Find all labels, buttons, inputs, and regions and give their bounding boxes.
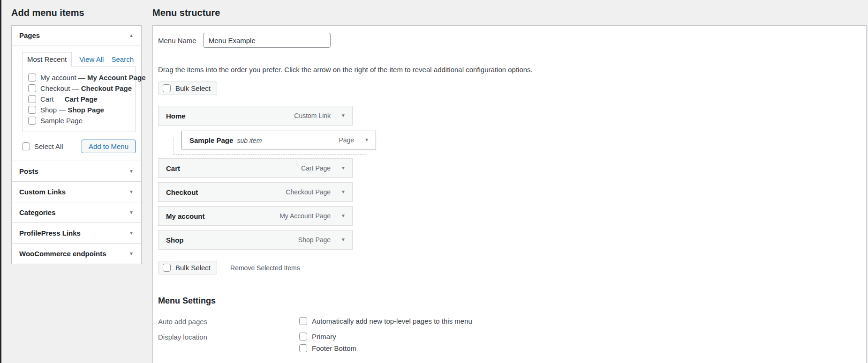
menu-item-title: Shop [166, 236, 184, 244]
menu-item-home[interactable]: Home Custom Link [158, 106, 353, 126]
chevron-down-icon [129, 169, 134, 174]
bulk-select-toggle-bottom[interactable]: Bulk Select [158, 261, 217, 274]
accordion-woocommerce-endpoints[interactable]: WooCommerce endpoints [12, 243, 141, 264]
menu-item-meta: Cart Page [301, 164, 346, 172]
list-item: Shop — Shop Page [28, 104, 131, 115]
page-item-label: My account — My Account Page [40, 74, 146, 81]
accordion-profilepress-links-label: ProfilePress Links [19, 229, 81, 237]
accordion-custom-links[interactable]: Custom Links [12, 181, 141, 202]
accordion-posts-label: Posts [19, 167, 38, 175]
menu-name-label: Menu Name [158, 37, 196, 44]
menu-item-title: Home [166, 112, 186, 120]
accordion-profilepress-links[interactable]: ProfilePress Links [12, 222, 141, 243]
menu-item-meta: Page [339, 136, 369, 144]
chevron-down-icon[interactable] [364, 138, 369, 142]
accordion-container: Pages Most Recent View All Search My acc… [11, 25, 142, 264]
menu-name-input[interactable] [203, 33, 331, 48]
list-item: Checkout — Checkout Page [28, 83, 131, 94]
menu-settings-section: Menu Settings Auto add pages Automatical… [158, 296, 861, 352]
page-item-label: Cart — Cart Page [40, 95, 98, 103]
menu-item-meta: Custom Link [294, 112, 346, 119]
menu-items-list: Home Custom Link Sample Pagesub item [158, 106, 353, 250]
location-primary-label: Primary [312, 333, 336, 341]
menu-settings-grid: Auto add pages Automatically add new top… [158, 317, 861, 352]
bulk-select-label: Bulk Select [175, 264, 211, 272]
accordion-pages-label: Pages [19, 31, 40, 39]
location-footer-bottom-checkbox[interactable] [299, 344, 307, 352]
chevron-down-icon [129, 231, 134, 236]
menu-item-title: My account [166, 212, 205, 220]
menu-item-title: Cart [166, 164, 180, 172]
chevron-down-icon [129, 190, 134, 194]
menu-item-my-account[interactable]: My account My Account Page [158, 206, 353, 226]
location-footer-bottom-option: Footer Bottom [299, 344, 861, 352]
tab-most-recent[interactable]: Most Recent [22, 52, 72, 67]
list-item: My account — My Account Page [28, 72, 131, 83]
page-checkbox[interactable] [28, 117, 36, 125]
accordion-categories[interactable]: Categories [12, 202, 141, 222]
auto-add-pages-checkbox[interactable] [299, 317, 307, 325]
list-item: Cart — Cart Page [28, 94, 131, 104]
chevron-down-icon[interactable] [341, 237, 346, 242]
sub-item-badge: sub item [237, 137, 262, 144]
list-item: Sample Page [28, 115, 131, 126]
bulk-select-checkbox[interactable] [163, 84, 171, 92]
menu-item-meta: Shop Page [298, 236, 346, 244]
menu-item-type: Custom Link [294, 112, 331, 119]
menu-item-type: Page [339, 136, 354, 144]
bulk-select-toggle-top[interactable]: Bulk Select [158, 81, 217, 95]
page-checkbox[interactable] [28, 74, 36, 81]
menu-item-title-group: Sample Pagesub item [189, 136, 262, 144]
auto-add-pages-option-label: Automatically add new top-level pages to… [312, 317, 472, 325]
chevron-down-icon[interactable] [341, 190, 346, 194]
display-location-label: Display location [158, 333, 299, 341]
pages-tabs: Most Recent View All Search [22, 52, 136, 66]
add-to-menu-button[interactable]: Add to Menu [82, 140, 136, 153]
page-item-label: Shop — Shop Page [40, 106, 104, 114]
chevron-down-icon[interactable] [341, 214, 346, 218]
accordion-custom-links-label: Custom Links [19, 188, 66, 196]
select-all-label: Select All [34, 142, 63, 150]
select-all: Select All [22, 142, 63, 150]
page-checklist: My account — My Account Page Checkout — … [22, 66, 136, 132]
menu-item-title: Checkout [166, 188, 198, 196]
menu-item-shop[interactable]: Shop Shop Page [158, 230, 353, 250]
location-primary-option: Primary [299, 333, 861, 341]
chevron-down-icon [129, 210, 134, 215]
location-primary-checkbox[interactable] [299, 333, 307, 341]
menu-name-row: Menu Name [153, 26, 866, 55]
menu-item-sample-page[interactable]: Sample Pagesub item Page [181, 131, 376, 149]
tab-search[interactable]: Search [111, 55, 134, 63]
menu-item-cart[interactable]: Cart Cart Page [158, 158, 353, 178]
accordion-pages[interactable]: Pages [12, 26, 141, 45]
page-checkbox[interactable] [28, 95, 36, 103]
bulk-select-label: Bulk Select [175, 84, 211, 92]
select-all-checkbox[interactable] [22, 142, 30, 150]
chevron-up-icon [129, 33, 134, 38]
menu-structure-panel: Menu structure Menu Name Drag the items … [152, 0, 867, 363]
chevron-down-icon[interactable] [341, 166, 346, 170]
menu-item-type: Shop Page [298, 236, 331, 244]
page-item-label: Checkout — Checkout Page [40, 84, 132, 92]
remove-selected-items-link[interactable]: Remove Selected Items [230, 264, 300, 272]
page-checkbox[interactable] [28, 84, 36, 92]
bulk-actions-bottom: Bulk Select Remove Selected Items [158, 261, 861, 274]
chevron-down-icon[interactable] [341, 113, 346, 118]
accordion-categories-label: Categories [19, 208, 56, 216]
page-checkbox[interactable] [28, 106, 36, 114]
page-item-label: Sample Page [40, 117, 83, 125]
menu-item-checkout[interactable]: Checkout Checkout Page [158, 182, 353, 202]
menu-item-type: Checkout Page [286, 188, 331, 196]
menu-item-type: My Account Page [279, 212, 331, 220]
tab-view-all[interactable]: View All [79, 55, 104, 63]
bulk-select-checkbox[interactable] [163, 264, 171, 272]
menu-item-meta: My Account Page [279, 212, 346, 220]
pages-actions: Select All Add to Menu [22, 140, 136, 153]
accordion-posts[interactable]: Posts [12, 161, 141, 181]
pages-panel-content: Most Recent View All Search My account —… [12, 45, 141, 161]
sub-item-drop-zone: Sample Pagesub item Page [158, 130, 353, 158]
sidebar-title: Add menu items [11, 7, 142, 18]
main-title: Menu structure [152, 7, 867, 18]
auto-add-pages-option: Automatically add new top-level pages to… [299, 317, 861, 325]
menu-item-title: Sample Page [189, 136, 233, 144]
